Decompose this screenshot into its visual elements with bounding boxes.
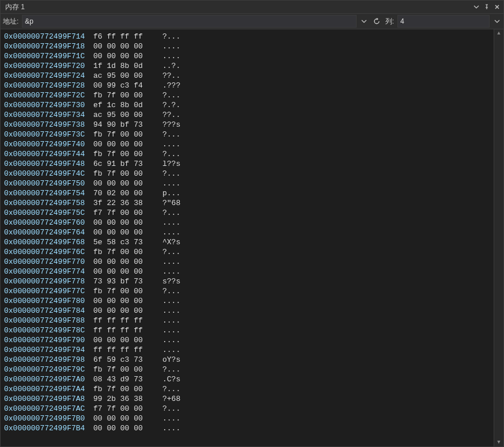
memory-address: 0x000000772499F75C [4, 208, 93, 218]
memory-address: 0x000000772499F7B0 [4, 414, 93, 423]
memory-ascii: ..?. [162, 61, 180, 71]
memory-row: 0x000000772499F77873 93 bf 73s??s [4, 276, 490, 286]
memory-row: 0x000000772499F75470 02 00 00p... [4, 188, 490, 198]
memory-row: 0x000000772499F7685e 58 c3 73^X?s [4, 237, 490, 247]
memory-bytes: 00 99 c3 f4 [93, 81, 162, 90]
memory-bytes: 94 90 bf 73 [93, 120, 162, 130]
memory-address: 0x000000772499F79C [4, 365, 93, 374]
memory-address: 0x000000772499F740 [4, 139, 93, 149]
memory-ascii: ?... [162, 149, 180, 159]
memory-address: 0x000000772499F754 [4, 188, 93, 198]
panel-title: 内存 1 [5, 2, 25, 12]
memory-ascii: ?+68 [162, 394, 180, 404]
columns-dropdown-icon[interactable] [493, 17, 501, 25]
memory-address: 0x000000772499F730 [4, 100, 93, 110]
memory-address: 0x000000772499F78C [4, 325, 93, 335]
memory-ascii: ?... [162, 365, 180, 374]
memory-bytes: 6c 91 bf 73 [93, 159, 162, 169]
memory-bytes: 3f 22 36 38 [93, 198, 162, 208]
memory-bytes: 00 00 00 00 [93, 423, 162, 433]
memory-ascii: .... [162, 267, 180, 276]
memory-address: 0x000000772499F7B4 [4, 423, 93, 433]
columns-input[interactable] [397, 15, 490, 28]
memory-bytes: 00 00 00 00 [93, 306, 162, 316]
memory-ascii: ?... [162, 247, 180, 257]
memory-address: 0x000000772499F714 [4, 32, 93, 41]
memory-address: 0x000000772499F778 [4, 276, 93, 286]
memory-address: 0x000000772499F7A0 [4, 374, 93, 384]
memory-panel: 内存 1 地址: 列: 0x000000772499F71 [0, 0, 504, 447]
memory-ascii: ?... [162, 208, 180, 218]
memory-bytes: 73 93 bf 73 [93, 276, 162, 286]
memory-address: 0x000000772499F718 [4, 41, 93, 51]
address-label: 地址: [3, 17, 18, 26]
memory-ascii: .... [162, 325, 180, 335]
memory-bytes: f7 7f 00 00 [93, 208, 162, 218]
memory-address: 0x000000772499F76C [4, 247, 93, 257]
address-dropdown-icon[interactable] [360, 17, 368, 25]
memory-row: 0x000000772499F7986f 59 c3 73oY?s [4, 355, 490, 365]
memory-ascii: .... [162, 218, 180, 228]
vertical-scrollbar[interactable]: ▲ ▼ [494, 29, 503, 446]
memory-ascii: p... [162, 188, 180, 198]
memory-bytes: 99 2b 36 38 [93, 394, 162, 404]
memory-ascii: ?.?. [162, 100, 180, 110]
memory-address: 0x000000772499F750 [4, 179, 93, 188]
memory-ascii: .... [162, 41, 180, 51]
refresh-icon[interactable] [372, 16, 382, 26]
memory-row: 0x000000772499F7B400 00 00 00.... [4, 423, 490, 433]
memory-row: 0x000000772499F744fb 7f 00 00?... [4, 149, 490, 159]
scroll-up-icon[interactable]: ▲ [494, 29, 503, 37]
memory-ascii: .... [162, 423, 180, 433]
memory-address: 0x000000772499F774 [4, 267, 93, 276]
memory-bytes: ff ff ff ff [93, 345, 162, 355]
memory-ascii: ?... [162, 384, 180, 394]
memory-ascii: .... [162, 228, 180, 237]
memory-row: 0x000000772499F71800 00 00 00.... [4, 41, 490, 51]
memory-bytes: 08 43 d9 73 [93, 374, 162, 384]
memory-row: 0x000000772499F77400 00 00 00.... [4, 267, 490, 276]
memory-row: 0x000000772499F7ACf7 7f 00 00?... [4, 404, 490, 414]
memory-bytes: f6 ff ff ff [93, 32, 162, 41]
memory-ascii: .... [162, 335, 180, 345]
memory-address: 0x000000772499F790 [4, 335, 93, 345]
memory-address: 0x000000772499F728 [4, 81, 93, 90]
memory-bytes: f7 7f 00 00 [93, 404, 162, 414]
memory-bytes: fb 7f 00 00 [93, 90, 162, 100]
dropdown-icon[interactable] [472, 3, 480, 11]
memory-address: 0x000000772499F764 [4, 228, 93, 237]
memory-bytes: 00 00 00 00 [93, 267, 162, 276]
memory-address: 0x000000772499F748 [4, 159, 93, 169]
memory-row: 0x000000772499F7B000 00 00 00.... [4, 414, 490, 423]
memory-row: 0x000000772499F72800 99 c3 f4.??? [4, 81, 490, 90]
memory-row: 0x000000772499F72Cfb 7f 00 00?... [4, 90, 490, 100]
memory-dump[interactable]: 0x000000772499F714f6 ff ff ff?...0x00000… [1, 29, 494, 446]
memory-ascii: .... [162, 51, 180, 61]
memory-bytes: 70 02 00 00 [93, 188, 162, 198]
toolbar: 地址: 列: [1, 14, 503, 29]
memory-address: 0x000000772499F768 [4, 237, 93, 247]
memory-ascii: ?... [162, 286, 180, 296]
memory-bytes: 5e 58 c3 73 [93, 237, 162, 247]
address-input[interactable] [22, 15, 356, 28]
memory-address: 0x000000772499F760 [4, 218, 93, 228]
memory-row: 0x000000772499F794ff ff ff ff.... [4, 345, 490, 355]
memory-ascii: ?"68 [162, 198, 180, 208]
close-icon[interactable] [493, 3, 501, 11]
memory-row: 0x000000772499F78Cff ff ff ff.... [4, 325, 490, 335]
memory-ascii: s??s [162, 276, 180, 286]
memory-row: 0x000000772499F730ef 1c 8b 0d?.?. [4, 100, 490, 110]
memory-bytes: fb 7f 00 00 [93, 384, 162, 394]
scroll-down-icon[interactable]: ▼ [494, 438, 503, 446]
pin-icon[interactable] [483, 3, 491, 11]
memory-bytes: 00 00 00 00 [93, 335, 162, 345]
memory-row: 0x000000772499F78000 00 00 00.... [4, 296, 490, 306]
memory-address: 0x000000772499F734 [4, 110, 93, 120]
memory-address: 0x000000772499F780 [4, 296, 93, 306]
memory-row: 0x000000772499F7A4fb 7f 00 00?... [4, 384, 490, 394]
memory-address: 0x000000772499F74C [4, 169, 93, 179]
memory-ascii: l??s [162, 159, 180, 169]
memory-ascii: .... [162, 345, 180, 355]
memory-address: 0x000000772499F758 [4, 198, 93, 208]
memory-row: 0x000000772499F7201f 1d 8b 0d..?. [4, 61, 490, 71]
